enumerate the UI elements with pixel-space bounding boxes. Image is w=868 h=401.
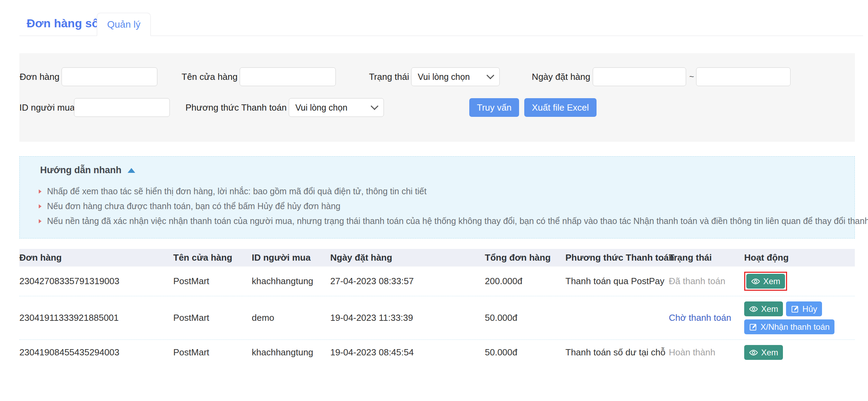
store-name-label: Tên cửa hàng [168, 67, 238, 86]
buyer-cell: khachhangtung [252, 347, 330, 358]
buyer-cell: khachhangtung [252, 276, 330, 287]
payment-cell: Thanh toán số dư tại chỗ [565, 347, 669, 358]
column-header-total: Tổng đơn hàng [485, 252, 565, 263]
tab-quan-ly[interactable]: Quản lý [97, 13, 151, 36]
status-cell: Hoàn thành [669, 347, 744, 358]
table-header-row: Đơn hàng Tên cửa hàng ID người mua Ngày … [19, 249, 855, 267]
payment-method-select-value: Vui lòng chọn [295, 103, 372, 113]
confirm-payment-button-label: X/Nhận thanh toán [760, 322, 830, 332]
edit-icon [791, 305, 799, 313]
eye-icon [751, 277, 760, 286]
view-button-label: Xem [761, 348, 778, 357]
table-row: 23041911333921885001 PostMart demo 19-04… [19, 296, 855, 340]
collapse-arrow-icon[interactable] [128, 168, 135, 173]
date-range-separator: ~ [688, 67, 695, 86]
table-row: 23041908455435294003 PostMart khachhangt… [19, 340, 855, 365]
cancel-order-button[interactable]: Hủy [786, 301, 822, 316]
store-cell: PostMart [173, 276, 252, 287]
order-number-input[interactable] [62, 67, 157, 86]
page-title: Đơn hàng số [27, 17, 99, 30]
status-cell[interactable]: Chờ thanh toán [669, 313, 744, 323]
column-header-payment: Phương thức Thanh toán [565, 252, 669, 263]
actions-cell: Xem [744, 345, 855, 360]
payment-method-label: Phương thức Thanh toán [183, 98, 287, 117]
order-number-label: Đơn hàng [19, 67, 59, 86]
eye-icon [749, 348, 758, 357]
status-select-value: Vui lòng chọn [418, 72, 488, 82]
view-button[interactable]: Xem [744, 345, 783, 360]
actions-cell: Xem Hủy X/Nhận thanh toán [744, 301, 848, 334]
view-button-label: Xem [763, 277, 780, 286]
actions-cell: Xem [744, 272, 855, 291]
date-cell: 27-04-2023 08:33:57 [330, 276, 485, 287]
view-button-label: Xem [761, 304, 778, 314]
chevron-down-icon [371, 102, 379, 110]
quick-guide-item: Nhấp để xem thao tác sẽ hiển thị đơn hàn… [40, 184, 844, 199]
store-cell: PostMart [173, 347, 252, 358]
order-date-start-input[interactable] [593, 67, 686, 86]
column-header-order: Đơn hàng [19, 252, 173, 263]
total-cell: 50.000đ [485, 347, 565, 358]
status-select[interactable]: Vui lòng chọn [411, 67, 500, 86]
date-cell: 19-04-2023 11:33:39 [330, 313, 485, 323]
status-cell: Đã thanh toán [669, 276, 744, 287]
tab-bar: Đơn hàng số Quản lý [19, 0, 863, 36]
confirm-payment-button[interactable]: X/Nhận thanh toán [744, 319, 834, 334]
highlight-annotation-box: Xem [744, 272, 787, 291]
order-date-label: Ngày đặt hàng [521, 67, 590, 86]
buyer-id-input[interactable] [74, 98, 170, 117]
export-excel-button[interactable]: Xuất file Excel [524, 98, 597, 117]
eye-icon [749, 305, 758, 314]
order-id-cell: 23042708335791319003 [19, 276, 173, 287]
column-header-date: Ngày đặt hàng [330, 252, 485, 263]
buyer-cell: demo [252, 313, 330, 323]
quick-guide-item: Nếu nền tảng đã xác nhận việc nhận thanh… [40, 214, 844, 229]
column-header-status: Trạng thái [669, 252, 744, 263]
total-cell: 50.000đ [485, 313, 565, 323]
order-id-cell: 23041911333921885001 [19, 313, 173, 323]
status-label: Trạng thái [340, 67, 409, 86]
column-header-store: Tên cửa hàng [173, 252, 252, 263]
quick-guide-item: Nếu đơn hàng chưa được thanh toán, bạn c… [40, 199, 844, 214]
query-button[interactable]: Truy vấn [469, 98, 519, 117]
view-button[interactable]: Xem [744, 301, 783, 316]
date-cell: 19-04-2023 08:45:54 [330, 347, 485, 358]
table-row: 23042708335791319003 PostMart khachhangt… [19, 267, 855, 296]
edit-icon [749, 323, 757, 331]
chevron-down-icon [487, 72, 495, 80]
column-header-actions: Hoạt động [744, 252, 855, 263]
store-name-input[interactable] [240, 67, 336, 86]
column-header-buyer: ID người mua [252, 252, 330, 263]
cancel-button-label: Hủy [802, 304, 817, 314]
store-cell: PostMart [173, 313, 252, 323]
orders-table: Đơn hàng Tên cửa hàng ID người mua Ngày … [19, 249, 855, 365]
payment-method-select[interactable]: Vui lòng chọn [289, 98, 384, 117]
quick-guide-list: Nhấp để xem thao tác sẽ hiển thị đơn hàn… [40, 184, 844, 229]
total-cell: 200.000đ [485, 276, 565, 287]
view-button[interactable]: Xem [746, 274, 785, 289]
buyer-id-label: ID người mua [19, 98, 72, 117]
order-date-end-input[interactable] [696, 67, 791, 86]
quick-guide-panel: Hướng dẫn nhanh Nhấp để xem thao tác sẽ … [19, 156, 855, 239]
order-id-cell: 23041908455435294003 [19, 347, 173, 358]
quick-guide-title: Hướng dẫn nhanh [40, 165, 121, 176]
filter-panel: Đơn hàng Tên cửa hàng Trạng thái Vui lòn… [19, 53, 855, 142]
payment-cell: Thanh toán qua PostPay [565, 276, 669, 287]
